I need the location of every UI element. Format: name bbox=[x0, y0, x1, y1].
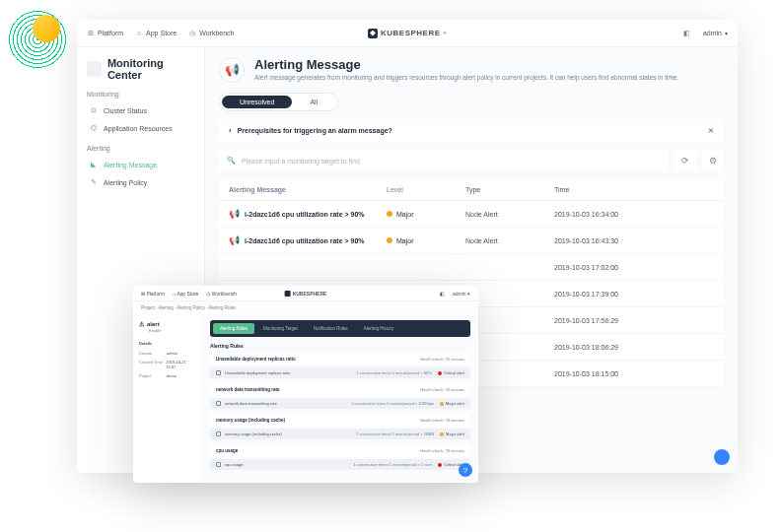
nav-appstore[interactable]: ⌂App Store bbox=[135, 30, 177, 37]
overlay-tab[interactable]: Alerting History bbox=[357, 323, 401, 334]
detail-row: Creatoradmin bbox=[139, 349, 196, 358]
logo-icon bbox=[368, 29, 378, 38]
severity-dot bbox=[438, 371, 442, 375]
overlay-tabs: Alerting RulesMonitoring TargetNotificat… bbox=[210, 320, 470, 337]
rule-group: memory usage (including cache)Health che… bbox=[210, 414, 470, 439]
table-row[interactable]: 📢2019-10-03 17:02:00 bbox=[219, 254, 724, 281]
monitoring-center-icon bbox=[87, 61, 102, 77]
notification-icon[interactable]: ◧ bbox=[683, 30, 691, 37]
overlay-tab[interactable]: Notification Rules bbox=[307, 323, 355, 334]
nav-platform[interactable]: ⊞ Platform bbox=[141, 291, 165, 297]
breadcrumb[interactable]: Project · Alerting · Alerting Policy · A… bbox=[133, 301, 478, 314]
overlay-topbar: ⊞ Platform ⌂ App Store ◷ Workbench KUBES… bbox=[133, 286, 478, 301]
detail-row: Created Time2019-10-21 15:37 bbox=[139, 358, 196, 371]
overlay-tab[interactable]: Monitoring Target bbox=[256, 323, 305, 334]
workbench-icon: ◷ bbox=[188, 30, 196, 37]
table-header: Alerting Message Level Type Time bbox=[219, 179, 724, 201]
page-title: Alerting Message bbox=[254, 57, 678, 72]
rule-group: cpu usageHealth check: 20 minutescpu usa… bbox=[210, 444, 470, 470]
alert-status: Enable bbox=[149, 328, 196, 333]
nav-workbench[interactable]: ◷Workbench bbox=[188, 30, 234, 37]
severity-dot bbox=[387, 211, 392, 217]
rule-group-header[interactable]: Unavailable deployment replicas ratioHea… bbox=[210, 353, 470, 366]
help-fab[interactable] bbox=[714, 449, 730, 465]
close-icon[interactable]: ✕ bbox=[708, 127, 714, 135]
rule-group-header[interactable]: memory usage (including cache)Health che… bbox=[210, 414, 470, 427]
rule-row[interactable]: cpu usage1 consecutive times 5 minute/pe… bbox=[210, 459, 470, 470]
checkbox-icon bbox=[216, 370, 221, 375]
sidebar-section-alerting: Alerting bbox=[87, 145, 194, 152]
section-title: Alerting Rules bbox=[210, 343, 470, 349]
user-menu[interactable]: admin▾ bbox=[703, 30, 728, 36]
detail-row: Projectdemo bbox=[139, 371, 196, 380]
megaphone-icon: ◣ bbox=[91, 161, 99, 168]
sidebar-item-alerting-policy[interactable]: ✎Alerting Policy bbox=[87, 173, 194, 191]
appstore-icon: ⌂ bbox=[135, 30, 143, 37]
tab-unresolved[interactable]: Unresolved bbox=[222, 96, 292, 108]
overlay-sidebar: ⚠alert Enable Details CreatoradminCreate… bbox=[133, 314, 202, 482]
nav-platform[interactable]: ⊞Platform bbox=[87, 30, 123, 37]
rule-row[interactable]: network data transmitting rate1 consecut… bbox=[210, 398, 470, 409]
page-megaphone-icon: 📢 bbox=[219, 57, 245, 83]
details-label: Details bbox=[139, 341, 196, 346]
grid-icon: ⊞ bbox=[87, 30, 95, 37]
resources-icon: ⌬ bbox=[91, 124, 99, 132]
sidebar-item-cluster-status[interactable]: ⊙Cluster Status bbox=[87, 101, 194, 119]
brand-logo: KUBESPHERE bbox=[285, 291, 327, 297]
rule-group: network data transmitting rateHealth che… bbox=[210, 383, 470, 409]
sidebar-section-monitoring: Monitoring bbox=[87, 91, 194, 98]
sidebar-item-app-resources[interactable]: ⌬Application Resources bbox=[87, 119, 194, 137]
table-row[interactable]: 📢i-2dazc1d6 cpu utilization rate > 90%Ma… bbox=[219, 201, 724, 228]
tab-all[interactable]: All bbox=[292, 96, 335, 108]
checkbox-icon bbox=[216, 432, 221, 436]
rule-row[interactable]: memory usage (including cache)1 consecut… bbox=[210, 429, 470, 439]
search-input[interactable]: 🔍 Please input a monitoring target to fi… bbox=[219, 150, 669, 171]
cluster-icon: ⊙ bbox=[91, 106, 99, 114]
nav-appstore[interactable]: ⌂ App Store bbox=[173, 291, 198, 297]
alert-name: ⚠alert bbox=[139, 320, 196, 327]
page-description: Alert message generates from monitoring … bbox=[254, 74, 678, 81]
notification-icon[interactable]: ◧ bbox=[440, 291, 445, 297]
help-fab[interactable]: ? bbox=[459, 463, 472, 477]
rule-group: Unavailable deployment replicas ratioHea… bbox=[210, 353, 470, 378]
megaphone-icon: 📢 bbox=[229, 235, 240, 245]
megaphone-icon: 📢 bbox=[229, 209, 240, 219]
rule-group-header[interactable]: cpu usageHealth check: 20 minutes bbox=[210, 444, 470, 457]
severity-dot bbox=[440, 402, 444, 406]
policy-icon: ✎ bbox=[91, 178, 99, 186]
alert-icon: ⚠ bbox=[139, 320, 144, 327]
decoration bbox=[8, 10, 77, 79]
checkbox-icon bbox=[216, 462, 221, 467]
rule-row[interactable]: Unavailable deployment replicas ratio1 c… bbox=[210, 367, 470, 378]
chevron-right-icon: › bbox=[229, 126, 232, 135]
overlay-window: ⊞ Platform ⌂ App Store ◷ Workbench KUBES… bbox=[133, 286, 478, 483]
settings-button[interactable]: ⚙ bbox=[702, 150, 724, 171]
sidebar-title: Monitoring Center bbox=[87, 57, 194, 81]
checkbox-icon bbox=[216, 401, 221, 406]
brand-logo: KUBESPHERE® bbox=[368, 29, 447, 38]
severity-dot bbox=[387, 237, 392, 243]
sidebar-item-alerting-message[interactable]: ◣Alerting Message bbox=[87, 156, 194, 173]
table-row[interactable]: 📢i-2dazc1d6 cpu utilization rate > 90%Ma… bbox=[219, 228, 724, 254]
topbar: ⊞Platform ⌂App Store ◷Workbench KUBESPHE… bbox=[77, 20, 738, 47]
chevron-down-icon: ▾ bbox=[725, 30, 728, 36]
severity-dot bbox=[438, 463, 442, 467]
severity-dot bbox=[440, 432, 444, 436]
search-icon: 🔍 bbox=[227, 157, 236, 165]
nav-workbench[interactable]: ◷ Workbench bbox=[206, 291, 237, 297]
overlay-tab[interactable]: Alerting Rules bbox=[213, 323, 254, 334]
refresh-button[interactable]: ⟳ bbox=[674, 150, 696, 171]
filter-tabs: Unresolved All bbox=[219, 93, 338, 111]
user-menu[interactable]: admin ▾ bbox=[453, 291, 470, 297]
rule-group-header[interactable]: network data transmitting rateHealth che… bbox=[210, 383, 470, 396]
overlay-main: Alerting RulesMonitoring TargetNotificat… bbox=[202, 314, 478, 482]
prerequisites-banner[interactable]: › Prerequisites for triggering an alarm … bbox=[219, 119, 724, 142]
